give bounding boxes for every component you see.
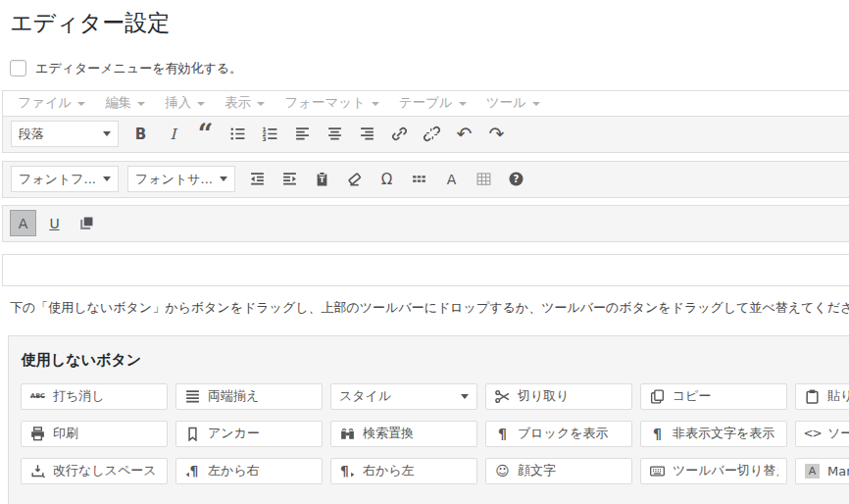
menu-insert[interactable]: 挿入: [155, 91, 215, 116]
menu-view[interactable]: 表示: [215, 91, 275, 116]
unused-button-anchor[interactable]: アンカー: [175, 421, 323, 447]
unused-button-strikethrough[interactable]: ABC打ち消し: [21, 383, 168, 410]
numbered-list-icon: 123: [262, 126, 278, 142]
outdent-button[interactable]: [243, 165, 272, 194]
insert-link-button[interactable]: [385, 120, 414, 149]
menu-edit[interactable]: 編集: [95, 91, 155, 116]
paragraph-format-select[interactable]: 段落: [11, 121, 119, 147]
menu-table[interactable]: テーブル: [389, 91, 476, 116]
menu-file[interactable]: ファイル: [8, 91, 95, 116]
unused-button-find-replace[interactable]: 検索置換: [330, 421, 477, 447]
omega-icon: Ω: [381, 170, 392, 188]
toolbar-row-4-empty-dropzone[interactable]: [2, 254, 849, 286]
unused-button-styles[interactable]: スタイル: [330, 383, 477, 410]
page-title: エディター設定: [10, 9, 849, 38]
unlink-icon: [424, 126, 440, 142]
menu-tools[interactable]: ツール: [476, 91, 550, 116]
pilcrow-icon: ¶: [494, 427, 511, 440]
abc-strike-icon: ABC: [29, 393, 46, 400]
align-left-icon: [294, 126, 311, 142]
menu-label: フォーマット: [284, 94, 366, 112]
blockquote-button[interactable]: “: [191, 120, 220, 149]
menu-label: ファイル: [18, 94, 72, 112]
code-icon: <>: [804, 428, 821, 439]
unused-button-show-blocks[interactable]: ¶ブロックを表示: [485, 421, 632, 447]
eraser-icon: [346, 171, 363, 187]
special-character-button[interactable]: Ω: [373, 165, 401, 194]
keyboard-icon: [649, 463, 666, 479]
paste-as-text-button[interactable]: T: [308, 165, 336, 194]
unused-button-markdown[interactable]: AMarkdown: [795, 458, 849, 484]
unused-button-label: ソースコード: [827, 425, 849, 442]
align-right-button[interactable]: [353, 120, 381, 149]
font-size-select[interactable]: フォントサ...: [127, 166, 235, 192]
enable-editor-menu-label: エディターメニューを有効化する。: [35, 60, 242, 77]
redo-button[interactable]: ↷: [482, 120, 511, 149]
unused-button-label: アンカー: [208, 425, 260, 442]
toolbar-row-1[interactable]: 段落BI“123↶↷: [2, 116, 849, 153]
table-button[interactable]: [470, 165, 498, 194]
unused-buttons-section: 使用しないボタン ABC打ち消し両端揃えスタイル切り取りコピー貼り付け印刷アンカ…: [8, 335, 849, 504]
unused-button-print[interactable]: 印刷: [21, 421, 168, 447]
unused-button-toolbar-toggle[interactable]: ツールバー切り替え: [640, 458, 787, 484]
chevron-down-icon: [461, 394, 469, 399]
unused-button-show-invisible-characters[interactable]: ¶非表示文字を表示: [640, 421, 787, 447]
unused-button-nonbreaking-space[interactable]: 改行なしスペース: [21, 458, 168, 484]
editor-toolbars-container: ファイル編集挿入表示フォーマットテーブルツール 段落BI“123↶↷ フォントフ…: [2, 90, 849, 242]
paste-icon: [804, 388, 821, 405]
toolbar-row-3[interactable]: AU: [2, 205, 849, 242]
unused-button-label: 非表示文字を表示: [673, 425, 774, 442]
unused-button-left-to-right[interactable]: ¶左から右: [175, 458, 323, 484]
text-color-button[interactable]: A: [437, 165, 466, 194]
rtl-icon: ¶: [339, 463, 356, 479]
italic-button[interactable]: I: [159, 120, 187, 149]
clear-formatting-button[interactable]: [340, 165, 369, 194]
numbered-list-button[interactable]: 123: [256, 120, 284, 149]
bold-button[interactable]: B: [126, 120, 155, 149]
remove-link-button[interactable]: [418, 120, 446, 149]
toolbar-row-2[interactable]: フォントフ...フォントサ...TΩA?: [2, 161, 849, 198]
unused-button-emoticons[interactable]: ☺顔文字: [485, 458, 632, 484]
menu-format[interactable]: フォーマット: [275, 91, 389, 116]
unused-button-label: ツールバー切り替え: [673, 462, 778, 479]
chevron-down-icon: [137, 102, 145, 106]
unused-button-paste[interactable]: 貼り付け: [795, 383, 849, 410]
chevron-down-icon: [220, 176, 227, 181]
undo-icon: ↶: [457, 125, 473, 144]
read-more-button[interactable]: [405, 165, 433, 194]
enable-editor-menu-checkbox[interactable]: [10, 60, 26, 76]
block-background-button[interactable]: [73, 209, 101, 238]
unused-button-label: 顔文字: [518, 462, 556, 479]
unused-button-right-to-left[interactable]: ¶右から左: [330, 458, 477, 484]
chevron-down-icon: [532, 102, 540, 106]
justify-icon: [184, 388, 201, 405]
help-button[interactable]: ?: [502, 165, 530, 194]
align-left-button[interactable]: [288, 120, 317, 149]
unused-button-label: 右から左: [363, 462, 415, 479]
undo-button[interactable]: ↶: [450, 120, 478, 149]
dashes-icon: [411, 171, 427, 187]
indent-button[interactable]: [275, 165, 304, 194]
unused-button-label: Markdown: [827, 464, 849, 479]
underline-button[interactable]: U: [40, 209, 69, 238]
unused-button-source-code[interactable]: <>ソースコード: [795, 421, 849, 447]
unused-buttons-grid: ABC打ち消し両端揃えスタイル切り取りコピー貼り付け印刷アンカー検索置換¶ブロッ…: [21, 383, 849, 484]
nbsp-icon: [29, 463, 46, 479]
font-family-select[interactable]: フォントフ...: [11, 166, 119, 192]
bullet-list-button[interactable]: [224, 120, 252, 149]
unused-buttons-title: 使用しないボタン: [22, 351, 849, 370]
svg-text:¶: ¶: [340, 463, 349, 479]
outdent-icon: [249, 171, 266, 187]
menu-label: 挿入: [165, 94, 191, 112]
font-color-selected-button[interactable]: A: [10, 210, 36, 236]
align-center-button[interactable]: [321, 120, 349, 149]
menu-label: 編集: [105, 94, 131, 112]
letter-a-icon: A: [447, 170, 457, 188]
unused-button-copy[interactable]: コピー: [640, 383, 787, 410]
scissors-icon: [494, 388, 511, 405]
link-icon: [391, 126, 408, 142]
unused-button-cut[interactable]: 切り取り: [485, 383, 632, 410]
chevron-down-icon: [459, 102, 467, 106]
bold-icon: B: [135, 125, 146, 143]
unused-button-justify[interactable]: 両端揃え: [175, 383, 323, 410]
